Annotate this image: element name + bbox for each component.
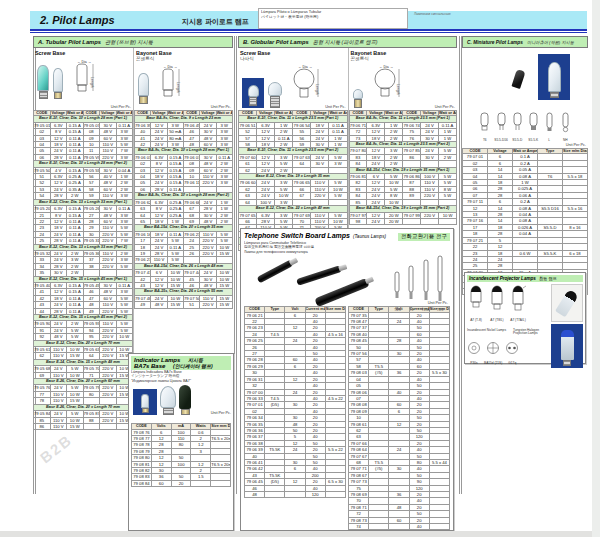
column-header: Size mm Dia x L2F [325,307,345,312]
column-header: Voltage [311,111,329,116]
indicator-lamp-photo-clear [160,386,176,415]
catalog-page: 2. Pilot Lamps 지시용 파이로트 램프 Lámpara Pilot… [0,0,600,537]
svg-text:Length: Length [315,84,319,95]
table-subheader-row: Base BA-9s, Clear, Dia. 10 x Length 28 m… [135,193,233,199]
header-info-box: Lámpara Piloto o Lámparas Tubularパイロット球・… [258,8,408,29]
header-rule [30,29,587,33]
table-row: 7440 [349,524,450,530]
column-header: Voltage [100,111,117,116]
indicator-descriptions: Lámpara Indicadora BA7s Baseインジケーターランプ 指… [131,370,231,383]
table-subheader-row: Base E-10, Clear, Dia. 10 x Length 28 mm… [34,116,133,122]
projector-base-diagram: G17q [505,341,519,368]
table-subheader-row: Base BA-15s, Clear, Dia. 26 x Length 55 … [135,289,233,295]
section-b-title: B. Globular Pilot Lamps [243,39,309,45]
column-header: Size mm Diam. x Length [211,424,231,429]
svg-text:← Dia →: ← Dia → [163,65,177,69]
telephone-table-right-wrap: CODETypeVoltCurrent mASize mm Dia x L2F7… [348,306,450,530]
svg-text:← Dia →: ← Dia → [298,65,312,69]
table-subheader-row: Base BA-15d, Clear, Dia. 19 x Length 35 … [349,206,457,212]
column-header: Watt or Ampere [439,111,457,116]
table-subheader-row: Base E-10, Clear, Dia. 11 x Length 23.5 … [239,148,348,154]
table-row: 79 06 45(D5)12206.5 x 30 [245,479,346,485]
table-row: 79 08 846020 [132,480,231,486]
tubular-lamp-photo-clear [53,68,63,99]
table-row: 79 08 03(#5)36205.5 x 30 [349,370,450,376]
table-row: 79 08 81121001.2T6.5 x 20mm [132,461,231,467]
projector-lamp-photo-black-top [551,284,583,322]
unit-label: Unit Per Pc. [325,105,345,109]
section-b-globular: B. Globular Pilot Lamps 환형 지시등 (파이로트 램프)… [238,36,457,251]
table-subheader-row: Base BA-15d, Clear, Dia. 20 x Length 35 … [135,225,233,231]
screw-base-table: CODEVoltageWatt or AmpereCODEVoltageWatt… [33,110,133,430]
bayonet-base-panel: Bayonet Base 꼰센트식 ← Dia → Length [133,48,233,110]
column-header: Voltage [50,111,67,116]
watermark: B2B [37,431,76,467]
miniature-lamp-photo-dark [511,69,525,89]
tubular-lamp-photo-teal [37,65,49,99]
bayonet-base-panel: Bayonet Base 꼰센트식 ← Dia → Length [348,48,458,110]
table-row: 79 05 016.3V0.15 A79 05 0730 V0.11 A [34,122,133,128]
page-header: 2. Pilot Lamps 지시용 파이로트 램프 Lámpara Pilot… [30,11,587,29]
section-a-title: A. Tubular Pilot Lamps [38,39,101,45]
indicator-lamp-photo-blue [133,389,157,415]
bayonet-base-table: CODEVoltageWatt or AmpereCODEVoltageWatt… [349,110,458,225]
indicator-title-bar: Indicator Lamps 지시등 BA7s Base (인디케이터 램프) [131,356,231,370]
table-subheader-row: Base E-10, Clear, Dia. 11 x Length 23.5 … [239,116,348,122]
page-right-edge [592,0,600,537]
table-row: 4948 V15 W51220 V15 W [135,302,233,308]
table-subheader-row: Base E-26, Clear, Dia. 20 x Length 60 mm [34,379,133,385]
projector-caption-right: Tungsten Halogen Projection Lamps [513,329,553,339]
section-a-title-korean: 관형 (쯔브형) 지시등 [105,39,153,46]
indicator-lamps-box: Indicator Lamps 지시등 BA7s Base (인디케이터 램프)… [128,353,234,531]
telephone-table-left-wrap: CODETypeVoltCurrent mASize mm Dia x L2F7… [244,306,346,530]
column-header: Watt or Ampere [116,111,133,116]
text-line: パイロット球・表示電球 (指示用) [261,15,405,20]
section-c-miniature: C. Miniature Pilot Lamps 미니아츄어 (작은) 지시등 … [462,36,588,295]
globular-lamp-diagram: ← Dia → Length [367,64,411,108]
table-row: 86110 V15 W [34,423,133,429]
tubular-lamp-diagram: ← Dia → Length [153,64,193,104]
section-a-tubular: A. Tubular Pilot Lamps 관형 (쯔브형) 지시등 Scre… [33,36,233,430]
column-header: Voltage [200,111,216,116]
column-header: Watt or Ampere [275,111,293,116]
screw-base-korean: 나사식 [240,56,346,61]
table-subheader-row: Base BA-15d, Clear, Dia. 19 x Length 35 … [349,167,457,173]
projector-base-diagram: P30s [467,341,481,368]
table-subheader-row: Base E-12, Clear, Dia. 15 x Length 45 mm… [34,315,133,321]
column-header: Watt or Ampere [329,111,347,116]
table-header-row: CODEVoltsmAWattsSize mm Diam. x Length [132,424,231,429]
table-subheader-row: Base E-12, Clear, Dia. 13 x Length 33 mm… [34,244,133,250]
tubular-bayonet-lamp-photo [138,73,149,104]
table-subheader-row: Base BA-9s, Clear, Dia. 11 x Length 23.5… [349,116,457,122]
projector-base-diagram: BA15d (21S) [484,341,502,368]
screw-base-panel: Screw Base ← Dia → Le [33,48,133,110]
projector-diagrams: A7 (T-8) A7 (T8/L) A7 (T7A/L) Incandesce… [467,284,549,368]
page-bottom-edge [0,531,600,537]
miniature-lamp-diagram: T6 [478,112,491,142]
tubular-lamp-diagram: ← Dia → Length [67,59,107,99]
section-c-title: C. Miniature Pilot Lamps [467,40,523,45]
globular-lamp-photo-blue [242,78,264,108]
svg-text:← Dia →: ← Dia → [77,60,91,64]
svg-text:Length: Length [396,84,400,95]
projector-lamp-diagram: A7 (T-8) [467,284,485,325]
column-header: Voltage [367,111,385,116]
telephone-lamp-upright: T4.5 [393,270,401,312]
unit-label: Unit Per Pc. [211,105,231,109]
table-row: 79 08 77121102T6.5 x 20mm [132,436,231,442]
telephone-descriptions: Lámparas para Conmutador Telefónico电话交换机… [244,241,450,254]
column-header: Watt or Ampere [513,149,538,154]
column-header: Voltage [151,111,167,116]
projector-title: Incandescent Projector Lamps [469,276,536,281]
indicator-lamp-photo-dark [179,385,191,415]
indicator-table: CODEVoltsmAWattsSize mm Diam. x Length79… [131,423,231,487]
indicator-subtitle-korean: (인디케이터 램프) [173,363,213,369]
telephone-lamp-photo [296,265,342,286]
globular-bayonet-lamp-photo [353,89,363,108]
table-subheader-row: Base E-12, Clear, Dia. 15 x Length 45 mm… [34,276,133,282]
telephone-title-bar: Telephone Switch Board Lamps (Taunus Lam… [244,232,450,241]
telephone-table-right: CODETypeVoltCurrent mASize mm Dia x L2F7… [348,306,450,530]
screw-base-label: Screw Base [35,50,131,56]
table-subheader-row: Base E-26, Clear, Dia. 20 x Length 70 mm [34,404,133,410]
telephone-lamps-box: Telephone Switch Board Lamps (Taunus Lam… [240,228,454,531]
